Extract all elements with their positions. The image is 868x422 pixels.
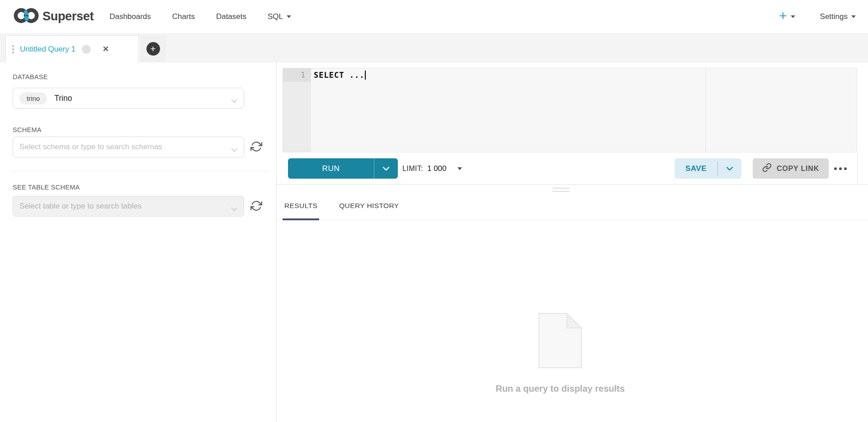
empty-results-message: Run a query to display results <box>277 384 844 394</box>
new-query-tab-button[interactable]: + <box>140 35 166 62</box>
plus-icon: + <box>146 42 160 56</box>
table-select[interactable]: Select table or type to search tables <box>13 196 244 217</box>
chevron-down-icon <box>851 15 856 18</box>
results-pane: RESULTS QUERY HISTORY Run a query to dis… <box>277 185 868 422</box>
text-cursor <box>365 71 366 80</box>
settings-menu[interactable]: Settings <box>820 12 856 21</box>
nav-charts[interactable]: Charts <box>172 12 195 21</box>
tab-title: Untitled Query 1 <box>20 45 75 54</box>
schema-select[interactable]: Select schema or type to search schemas <box>13 137 244 157</box>
tab-drag-handle-icon[interactable] <box>12 45 14 53</box>
print-margin-line <box>705 68 706 152</box>
brand-name: Superset <box>42 9 94 24</box>
chevron-down-icon <box>287 15 291 18</box>
run-options-button[interactable] <box>374 158 398 179</box>
nav-datasets[interactable]: Datasets <box>216 12 246 21</box>
run-query-button[interactable]: RUN <box>288 158 398 179</box>
sql-code-text: SELECT ... <box>314 71 364 80</box>
nav-sql-label: SQL <box>268 12 283 21</box>
sql-code-editor[interactable]: 1 SELECT ... <box>283 68 857 152</box>
sql-code-line[interactable]: SELECT ... <box>311 68 366 82</box>
table-schema-label: SEE TABLE SCHEMA <box>13 184 80 191</box>
database-select[interactable]: trino Trino <box>13 88 244 109</box>
nav-dashboards[interactable]: Dashboards <box>109 12 151 21</box>
panel-divider <box>12 171 269 171</box>
header-right: + Settings <box>779 11 856 23</box>
results-tabs: RESULTS QUERY HISTORY <box>277 185 868 220</box>
save-options-button[interactable] <box>718 158 741 179</box>
plus-icon: + <box>779 9 787 23</box>
chevron-down-icon <box>231 205 237 213</box>
tab-results[interactable]: RESULTS <box>283 191 319 220</box>
query-status-dot <box>82 45 91 54</box>
editor-pane: 1 SELECT ... RUN LIMIT: 1 000 SAVE <box>277 62 868 185</box>
query-tab[interactable]: Untitled Query 1 ✕ <box>5 35 139 62</box>
database-label: DATABASE <box>13 73 48 81</box>
database-engine-badge: trino <box>19 92 47 104</box>
database-select-value: Trino <box>54 94 72 103</box>
run-label: RUN <box>288 158 374 179</box>
infinity-logo-icon <box>14 8 39 25</box>
limit-dropdown[interactable]: LIMIT: 1 000 <box>402 158 462 179</box>
empty-results-state: Run a query to display results <box>277 313 844 394</box>
superset-logo[interactable]: Superset <box>14 8 94 25</box>
refresh-tables-icon[interactable] <box>249 199 264 213</box>
link-icon <box>762 163 772 174</box>
save-query-button[interactable]: SAVE <box>675 158 741 179</box>
more-options-icon[interactable] <box>834 158 847 179</box>
table-select-placeholder: Select table or type to search tables <box>19 202 142 211</box>
new-item-button[interactable]: + <box>779 11 795 23</box>
save-label: SAVE <box>675 158 717 179</box>
chevron-down-icon <box>791 15 795 18</box>
document-icon <box>538 362 582 370</box>
copy-link-label: COPY LINK <box>777 165 819 173</box>
app-header: Superset Dashboards Charts Datasets SQL … <box>0 0 868 33</box>
settings-label: Settings <box>820 12 848 21</box>
sql-lab-left-panel: DATABASE trino Trino SCHEMA Select schem… <box>0 62 277 422</box>
close-tab-icon[interactable]: ✕ <box>103 45 109 53</box>
nav-sql[interactable]: SQL <box>268 12 291 21</box>
schema-select-placeholder: Select schema or type to search schemas <box>19 142 162 152</box>
copy-link-button[interactable]: COPY LINK <box>753 158 829 179</box>
line-number: 1 <box>283 68 311 82</box>
editor-gutter: 1 <box>283 68 311 152</box>
query-tab-bar: Untitled Query 1 ✕ + <box>0 33 868 62</box>
caret-down-icon <box>458 167 462 170</box>
schema-label: SCHEMA <box>13 126 42 133</box>
sql-lab-main: 1 SELECT ... RUN LIMIT: 1 000 SAVE <box>277 62 868 422</box>
tab-query-history[interactable]: QUERY HISTORY <box>337 191 401 220</box>
chevron-down-icon <box>231 97 237 105</box>
limit-value: 1 000 <box>427 164 447 173</box>
chevron-down-icon <box>231 146 237 154</box>
refresh-schemas-icon[interactable] <box>249 139 264 154</box>
main-nav: Dashboards Charts Datasets SQL <box>109 12 291 21</box>
limit-label: LIMIT: <box>402 165 423 173</box>
